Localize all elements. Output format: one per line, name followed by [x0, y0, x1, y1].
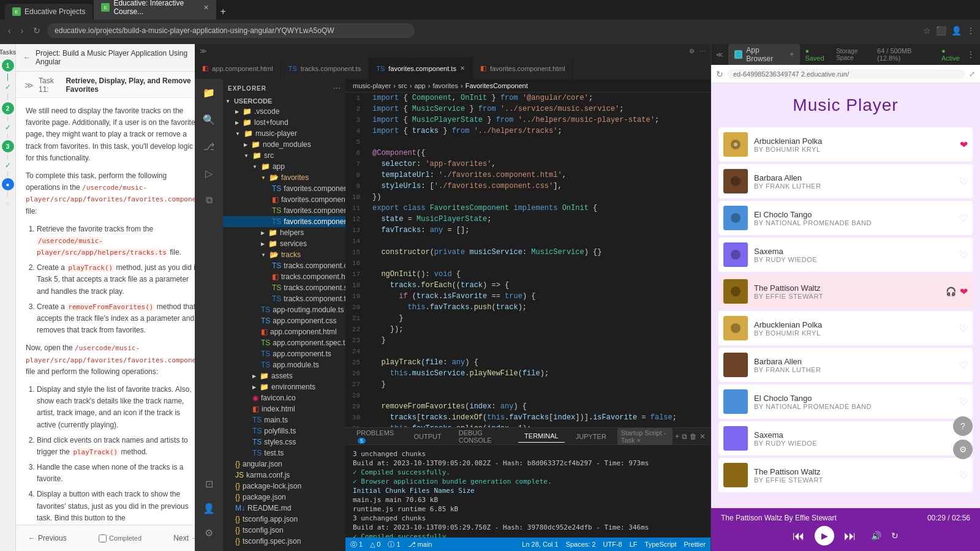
prev-button[interactable]: ← Previous: [23, 531, 72, 545]
heart-icon-2[interactable]: ♡: [959, 176, 968, 187]
terminal-add-button[interactable]: +: [675, 432, 679, 441]
tracks-spec-file[interactable]: TS tracks.component.spec.ts: [223, 282, 345, 293]
angular-json-file[interactable]: {} angular.json: [223, 459, 345, 470]
favorites-folder[interactable]: ▼ 📂 favorites: [223, 172, 345, 183]
usercode-folder[interactable]: ▼ USERCODE: [223, 96, 345, 106]
code-editor[interactable]: 1 import { Component, OnInit } from '@an…: [345, 92, 710, 427]
player-next-button[interactable]: ⏭: [844, 529, 856, 543]
terminal-trash-button[interactable]: 🗑: [690, 432, 697, 441]
account-icon[interactable]: 👤: [200, 500, 217, 517]
player-volume-button[interactable]: 🔊: [871, 531, 881, 541]
problems-tab[interactable]: PROBLEMS 5: [350, 427, 403, 446]
tab-close-icon[interactable]: ✕: [203, 4, 209, 12]
completed-checkbox-area[interactable]: Completed: [99, 534, 141, 542]
help-button[interactable]: ?: [953, 416, 973, 436]
heart-icon-1[interactable]: ❤: [960, 139, 968, 151]
browser-tab-2[interactable]: E Educative: Interactive Course... ✕: [94, 0, 216, 20]
settings-icon[interactable]: ⚙: [200, 524, 217, 541]
debug-console-tab[interactable]: DEBUG CONSOLE: [453, 427, 513, 446]
app-routing-file[interactable]: TS app-routing.module.ts: [223, 304, 345, 315]
index-html-file[interactable]: ◧ index.html: [223, 403, 345, 414]
fav-spec-file[interactable]: TS favorites.component.spec.ts: [223, 205, 345, 216]
extensions-icon[interactable]: ⧉: [200, 192, 217, 209]
refresh-button[interactable]: ↻: [30, 24, 43, 37]
ide-tab-app-component[interactable]: ◧ app.component.html: [195, 58, 281, 79]
source-control-icon[interactable]: ⎇: [200, 138, 217, 155]
forward-button[interactable]: ›: [18, 24, 27, 37]
package-lock-file[interactable]: {} package-lock.json: [223, 481, 345, 492]
heart-icon-7[interactable]: ♡: [959, 359, 968, 371]
track-item-6[interactable]: Arbucklenian Polka BY BOHUMIR KRYL ♡: [718, 311, 973, 345]
ide-tab-tracks-component[interactable]: TS tracks.component.ts: [281, 58, 369, 79]
environments-folder[interactable]: ▶ 📁 environments: [223, 381, 345, 392]
app-html-file[interactable]: ◧ app.component.html: [223, 326, 345, 337]
track-item-2[interactable]: Barbara Allen BY FRANK LUTHER ♡: [718, 164, 973, 198]
tsconfig-spec-file[interactable]: {} tsconfig.spec.json: [223, 536, 345, 547]
app-spec-file[interactable]: TS app.component.spec.ts: [223, 337, 345, 348]
panel-toggle[interactable]: ≫: [23, 79, 35, 91]
menu-icon[interactable]: ⋮: [967, 26, 975, 36]
polyfills-file[interactable]: TS polyfills.ts: [223, 425, 345, 437]
track-item-4[interactable]: Saxema BY RUDY WIEDOE ♡: [718, 238, 973, 272]
player-play-button[interactable]: ▶: [815, 526, 834, 545]
src-folder[interactable]: ▼ 📁 src: [223, 150, 345, 161]
remote-icon[interactable]: ⊡: [200, 475, 217, 492]
track-item-7[interactable]: Barbara Allen BY FRANK LUTHER ♡: [718, 348, 973, 382]
profile-icon[interactable]: 👤: [951, 26, 962, 36]
app-browser-more-button[interactable]: ⋮: [967, 50, 975, 59]
heart-icon-5[interactable]: ❤: [960, 286, 968, 298]
vscode-folder[interactable]: ▶ 📁 .vscode: [223, 106, 345, 117]
track-item-5[interactable]: The Pattison Waltz BY EFFIE STEWART 🎧 ❤: [718, 274, 973, 309]
terminal-close-button[interactable]: ✕: [699, 432, 706, 441]
fav-ts-file[interactable]: TS favorites.component.ts: [223, 216, 345, 227]
search-icon[interactable]: 🔍: [200, 111, 217, 128]
app-folder[interactable]: ▼ 📁 app: [223, 161, 345, 172]
explorer-more-icon[interactable]: ⋯: [333, 84, 341, 92]
tsconfig-app-file[interactable]: {} tsconfig.app.json: [223, 514, 345, 525]
assets-folder[interactable]: ▶ 📁 assets: [223, 370, 345, 381]
tracks-html-file[interactable]: ◧ tracks.component.html: [223, 271, 345, 282]
node-modules-folder[interactable]: ▶ 📁 node_modules: [223, 139, 345, 150]
app-module-file[interactable]: TS app.module.ts: [223, 359, 345, 370]
address-bar[interactable]: educative.io/projects/build-a-music-play…: [47, 23, 415, 38]
heart-icon-8[interactable]: ♡: [959, 396, 968, 408]
back-arrow[interactable]: ←: [23, 53, 31, 62]
tracks-ts-file[interactable]: TS tracks.component.ts: [223, 293, 345, 304]
karma-conf-file[interactable]: JS karma.conf.js: [223, 470, 345, 481]
inner-reload-button[interactable]: ↻: [716, 69, 723, 79]
music-player-folder[interactable]: ▼ 📁 music-player: [223, 128, 345, 139]
app-ts-file[interactable]: TS app.component.ts: [223, 348, 345, 359]
track-item-10[interactable]: The Pattison Waltz BY EFFIE STEWART ♡: [718, 458, 973, 492]
tracks-folder[interactable]: ▼ 📂 tracks: [223, 249, 345, 260]
settings-floating-button[interactable]: ⚙: [953, 440, 973, 459]
extension-icon[interactable]: ⬛: [936, 26, 946, 36]
step-3[interactable]: 3: [2, 140, 14, 152]
run-icon[interactable]: ▷: [200, 165, 217, 182]
fav-css-file[interactable]: TS favorites.component.css: [223, 183, 345, 194]
heart-icon-10[interactable]: ♡: [959, 470, 968, 481]
helpers-folder[interactable]: ▶ 📁 helpers: [223, 227, 345, 238]
step-1[interactable]: 1: [2, 59, 14, 72]
player-prev-button[interactable]: ⏮: [793, 529, 805, 543]
terminal-tab-active[interactable]: TERMINAL: [518, 430, 565, 443]
star-icon[interactable]: ☆: [923, 26, 931, 36]
ide-more-icon[interactable]: ⋯: [699, 48, 706, 54]
main-ts-file[interactable]: TS main.ts: [223, 414, 345, 425]
track-item-9[interactable]: Saxema BY RUDY WIEDOE ♡: [718, 421, 973, 455]
step-2[interactable]: 2: [2, 102, 14, 114]
app-css-file[interactable]: TS app.component.css: [223, 315, 345, 326]
ide-tab-close-icon[interactable]: ✕: [460, 65, 465, 72]
new-tab-button[interactable]: +: [217, 4, 228, 20]
output-tab[interactable]: OUTPUT: [408, 430, 448, 443]
ide-settings-icon[interactable]: ⚙: [689, 48, 695, 54]
inner-expand-button[interactable]: ⤢: [969, 70, 975, 78]
inner-url-bar[interactable]: ed-649985236349747 2.educative.run/: [727, 69, 965, 79]
readme-file[interactable]: M↓ README.md: [223, 503, 345, 514]
track-item-8[interactable]: El Choclo Tango BY NATIONAL PROMENADE BA…: [718, 384, 973, 419]
browser-tab-1[interactable]: E Educative Projects: [5, 4, 92, 20]
fav-html-file[interactable]: ◧ favorites.component.h...: [223, 194, 345, 205]
player-repeat-button[interactable]: ↻: [891, 531, 899, 541]
app-browser-panel-toggle[interactable]: ≪: [716, 51, 723, 59]
lostfound-folder[interactable]: ▶ 📁 lost+found: [223, 117, 345, 128]
ide-tab-favorites-html[interactable]: ◧ favorites.component.html: [473, 58, 573, 79]
